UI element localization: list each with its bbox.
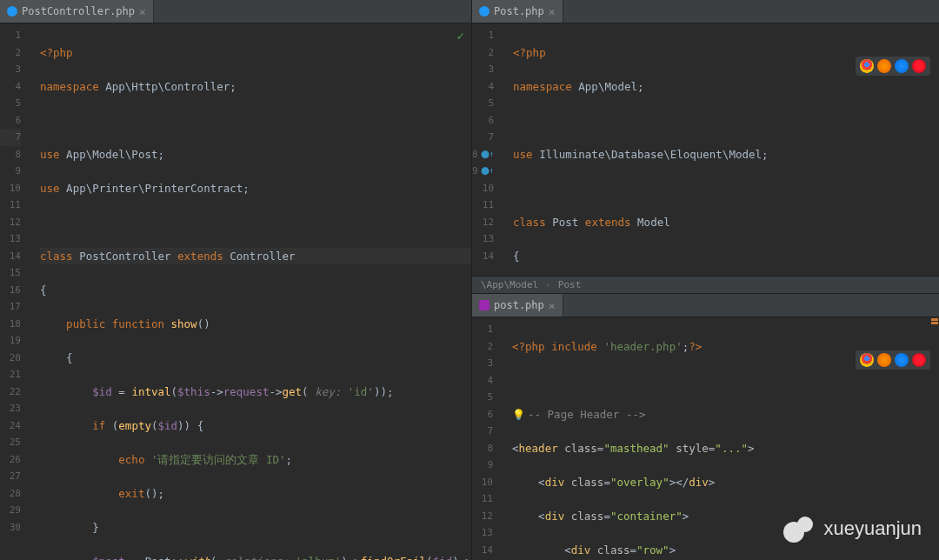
tabbar-left: PostController.php × (0, 0, 471, 23)
browser-preview-icons (856, 57, 930, 76)
line-gutter: 1234567891011121314151617181920212223242… (0, 23, 30, 560)
breadcrumb-class[interactable]: Post (558, 279, 582, 290)
code-editor-right-top[interactable]: 12345678 ⬤↑9 ⬤↑1011121314 <?php namespac… (472, 23, 939, 276)
opera-icon[interactable] (912, 59, 926, 73)
line-gutter: 12345678 ⬤↑9 ⬤↑1011121314 (472, 23, 503, 276)
chrome-icon[interactable] (860, 353, 874, 367)
chrome-icon[interactable] (860, 59, 874, 73)
breadcrumb[interactable]: \App\Model › Post (472, 276, 939, 294)
line-gutter: 1234567891011121314 (472, 317, 502, 560)
breadcrumb-namespace[interactable]: \App\Model (481, 279, 538, 290)
close-icon[interactable]: × (139, 5, 146, 18)
left-editor-pane: PostController.php × ✓ 12345678910111213… (0, 0, 472, 560)
tabbar-right-top: Post.php × (472, 0, 939, 23)
code-area[interactable]: <?php namespace App\Http\Controller; use… (30, 23, 471, 560)
tab-label: post.php (494, 299, 544, 311)
tabbar-right-bottom: post.php × (472, 294, 939, 317)
safari-icon[interactable] (895, 353, 909, 367)
template-file-icon (479, 300, 489, 310)
wechat-icon (783, 513, 818, 544)
code-editor-left[interactable]: ✓ 12345678910111213141516171819202122232… (0, 23, 471, 560)
opera-icon[interactable] (912, 353, 926, 367)
error-stripe[interactable] (930, 317, 939, 560)
watermark: xueyuanjun (783, 513, 922, 544)
bulb-icon[interactable]: 💡 (512, 409, 525, 421)
watermark-text: xueyuanjun (823, 517, 922, 540)
tab-post-view[interactable]: post.php × (472, 294, 563, 317)
right-top-editor-pane: Post.php × 12345678 ⬤↑9 ⬤↑1011121314 <?p… (472, 0, 939, 294)
safari-icon[interactable] (895, 59, 909, 73)
right-panes: Post.php × 12345678 ⬤↑9 ⬤↑1011121314 <?p… (472, 0, 939, 560)
firefox-icon[interactable] (877, 353, 891, 367)
close-icon[interactable]: × (549, 299, 556, 312)
checkmark-icon: ✓ (457, 29, 464, 43)
tab-label: Post.php (494, 5, 544, 17)
php-file-icon (7, 6, 17, 17)
php-file-icon (479, 6, 489, 17)
chevron-right-icon: › (545, 279, 551, 290)
tab-postcontroller[interactable]: PostController.php × (0, 0, 154, 23)
firefox-icon[interactable] (877, 59, 891, 73)
tab-post-model[interactable]: Post.php × (472, 0, 563, 23)
close-icon[interactable]: × (549, 5, 556, 18)
tab-label: PostController.php (22, 5, 135, 17)
browser-preview-icons (856, 350, 930, 370)
